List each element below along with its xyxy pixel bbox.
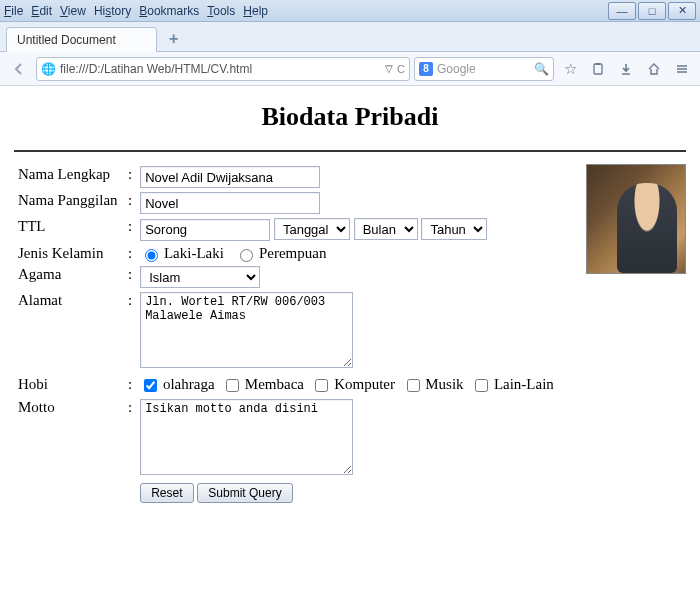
motto-textarea[interactable]: Isikan motto anda disini [140,399,353,475]
tabstrip: Untitled Document + [0,22,700,52]
clipboard-icon [591,62,605,76]
page-title: Biodata Pribadi [14,102,686,132]
minimize-button[interactable]: — [608,2,636,20]
url-bar[interactable]: 🌐 file:///D:/Latihan Web/HTML/CV.html ▽ … [36,57,410,81]
menu-edit[interactable]: Edit [31,4,52,18]
new-tab-button[interactable]: + [163,29,185,49]
profile-photo [586,164,686,274]
hobi-komputer-label: Komputer [334,376,395,392]
hobi-olahraga-checkbox[interactable] [144,379,157,392]
download-icon [619,62,633,76]
label-nama-lengkap: Nama Lengkap [14,164,124,190]
hobi-olahraga-label: olahraga [163,376,215,392]
reset-button[interactable]: Reset [140,483,193,503]
menubar: File Edit View History Bookmarks Tools H… [0,0,700,22]
hobi-musik-label: Musik [425,376,463,392]
label-hobi: Hobi [14,374,124,397]
hobi-lain-checkbox[interactable] [475,379,488,392]
hamburger-icon [675,62,689,76]
back-button[interactable] [6,56,32,82]
label-ttl: TTL [14,216,124,243]
label-agama: Agama [14,264,124,290]
menu-view[interactable]: View [60,4,86,18]
downloads-button[interactable] [614,57,638,81]
hobi-komputer-checkbox[interactable] [315,379,328,392]
search-placeholder: Google [437,62,476,76]
search-engine-icon: 8 [419,62,433,76]
label-motto: Motto [14,397,124,481]
hobi-lain-label: Lain-Lain [494,376,554,392]
home-button[interactable] [642,57,666,81]
nama-lengkap-input[interactable] [140,166,320,188]
ttl-bulan-select[interactable]: Bulan [354,218,418,240]
gender-female-radio[interactable] [240,249,253,262]
reload-button[interactable]: C [397,63,405,75]
svg-rect-1 [596,63,600,65]
close-button[interactable]: ✕ [668,2,696,20]
hobi-musik-checkbox[interactable] [407,379,420,392]
gender-female-label: Perempuan [259,245,326,261]
ttl-kota-input[interactable] [140,219,270,241]
svg-rect-0 [594,64,602,74]
tab-active[interactable]: Untitled Document [6,27,157,52]
tab-title: Untitled Document [17,33,116,47]
nama-panggilan-input[interactable] [140,192,320,214]
back-icon [12,62,26,76]
menu-tools[interactable]: Tools [207,4,235,18]
star-button[interactable]: ☆ [558,57,582,81]
menu-history[interactable]: History [94,4,131,18]
url-text: file:///D:/Latihan Web/HTML/CV.html [60,62,385,76]
menu-bookmarks[interactable]: Bookmarks [139,4,199,18]
label-nama-panggilan: Nama Panggilan [14,190,124,216]
label-jenis-kelamin: Jenis Kelamin [14,243,124,265]
horizontal-rule [14,150,686,152]
alamat-textarea[interactable]: Jln. Wortel RT/RW 006/003 Malawele Aimas [140,292,353,368]
window-controls: — □ ✕ [606,2,696,20]
submit-button[interactable]: Submit Query [197,483,292,503]
hobi-membaca-checkbox[interactable] [226,379,239,392]
menu-file[interactable]: File [4,4,23,18]
search-icon[interactable]: 🔍 [534,62,549,76]
dropdown-caret-icon[interactable]: ▽ [385,63,393,74]
home-icon [647,62,661,76]
menu-help[interactable]: Help [243,4,268,18]
hobi-membaca-label: Membaca [245,376,304,392]
agama-select[interactable]: Islam [140,266,260,288]
gender-male-label: Laki-Laki [164,245,224,261]
biodata-form: Nama Lengkap : Nama Panggilan : TTL : Ta… [14,164,576,505]
globe-icon: 🌐 [41,62,56,76]
maximize-button[interactable]: □ [638,2,666,20]
person-silhouette-icon [617,183,677,273]
menu-button[interactable] [670,57,694,81]
gender-male-radio[interactable] [145,249,158,262]
library-button[interactable] [586,57,610,81]
page-viewport: Biodata Pribadi Nama Lengkap : Nama Pang… [0,86,700,594]
search-box[interactable]: 8 Google 🔍 [414,57,554,81]
ttl-tanggal-select[interactable]: Tanggal [274,218,350,240]
ttl-tahun-select[interactable]: Tahun [421,218,487,240]
label-alamat: Alamat [14,290,124,374]
navbar: 🌐 file:///D:/Latihan Web/HTML/CV.html ▽ … [0,52,700,86]
